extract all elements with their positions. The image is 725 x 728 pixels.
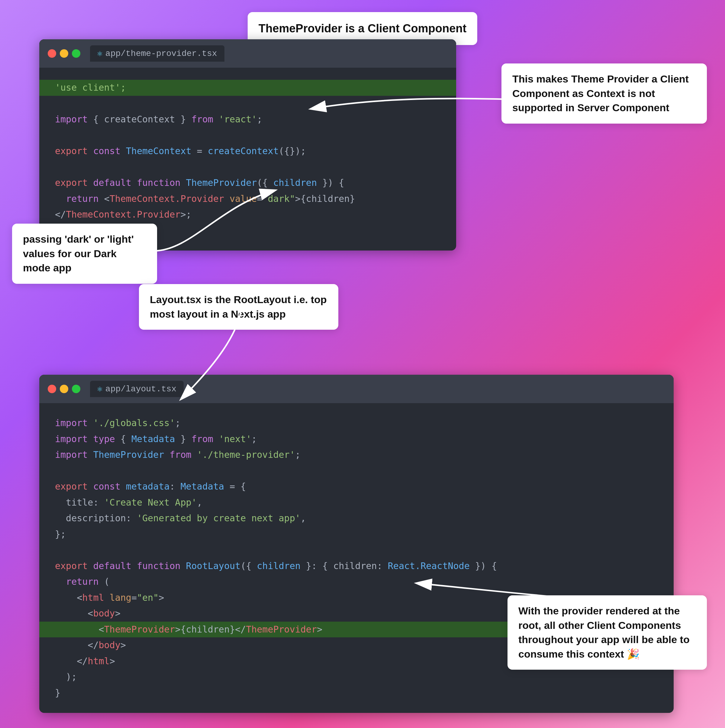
- callout-right-top-text: This makes Theme Provider a Client Compo…: [512, 73, 689, 113]
- traffic-light-red[interactable]: [48, 49, 56, 58]
- code-line-3: import { createContext } from 'react';: [55, 112, 440, 127]
- callout-left-middle: passing 'dark' or 'light' values for our…: [12, 223, 157, 284]
- callout-center-middle: Layout.tsx is the RootLayout i.e. top mo…: [139, 284, 338, 330]
- bl-5: export const metadata: Metadata = {: [55, 479, 658, 495]
- bl-6: title: 'Create Next App',: [55, 495, 658, 511]
- traffic-light-red-2[interactable]: [48, 385, 56, 393]
- bl-2: import type { Metadata } from 'next';: [55, 431, 658, 447]
- code-line-4: [55, 127, 440, 144]
- traffic-light-green[interactable]: [72, 49, 80, 58]
- titlebar-top: ⚛ app/theme-provider.tsx: [39, 39, 456, 68]
- callout-right-bottom: With the provider rendered at the root, …: [508, 595, 707, 670]
- bl-8: };: [55, 526, 658, 543]
- bl-18: }: [55, 685, 658, 701]
- tab-theme-provider[interactable]: ⚛ app/theme-provider.tsx: [90, 45, 224, 62]
- react-icon: ⚛: [97, 48, 102, 59]
- bl-7: description: 'Generated by create next a…: [55, 511, 658, 526]
- bl-3: import ThemeProvider from './theme-provi…: [55, 447, 658, 463]
- bl-4: [55, 463, 658, 479]
- traffic-light-yellow-2[interactable]: [60, 385, 68, 393]
- window-theme-provider: ⚛ app/theme-provider.tsx 'use client'; i…: [39, 39, 456, 251]
- tab-layout[interactable]: ⚛ app/layout.tsx: [90, 381, 184, 397]
- react-icon-2: ⚛: [97, 384, 102, 394]
- callout-left-middle-text: passing 'dark' or 'light' values for our…: [23, 233, 134, 274]
- bl-10: export default function RootLayout({ chi…: [55, 558, 658, 574]
- callout-right-bottom-text: With the provider rendered at the root, …: [518, 605, 690, 660]
- callout-top-center-text: ThemeProvider is a Client Component: [259, 22, 466, 35]
- tab-theme-provider-label: app/theme-provider.tsx: [105, 49, 217, 58]
- callout-center-middle-text: Layout.tsx is the RootLayout i.e. top mo…: [150, 294, 327, 320]
- tab-layout-label: app/layout.tsx: [105, 384, 176, 394]
- bl-9: [55, 542, 658, 558]
- code-line-5: export const ThemeContext = createContex…: [55, 143, 440, 159]
- code-line-2: [55, 96, 440, 112]
- page-wrapper: ThemeProvider is a Client Component ⚛ ap…: [0, 0, 725, 728]
- traffic-light-yellow[interactable]: [60, 49, 68, 58]
- callout-right-top: This makes Theme Provider a Client Compo…: [501, 63, 707, 124]
- code-line-8: return <ThemeContext.Provider value="dar…: [55, 191, 440, 223]
- code-line-6: [55, 159, 440, 175]
- code-line-7: export default function ThemeProvider({ …: [55, 175, 440, 191]
- traffic-light-green-2[interactable]: [72, 385, 80, 393]
- code-line-1: 'use client';: [39, 80, 456, 96]
- bl-11: return (: [55, 574, 658, 590]
- code-body-top: 'use client'; import { createContext } f…: [39, 68, 456, 251]
- bl-17: );: [55, 669, 658, 685]
- titlebar-bottom: ⚛ app/layout.tsx: [39, 375, 674, 403]
- bl-1: import './globals.css';: [55, 415, 658, 431]
